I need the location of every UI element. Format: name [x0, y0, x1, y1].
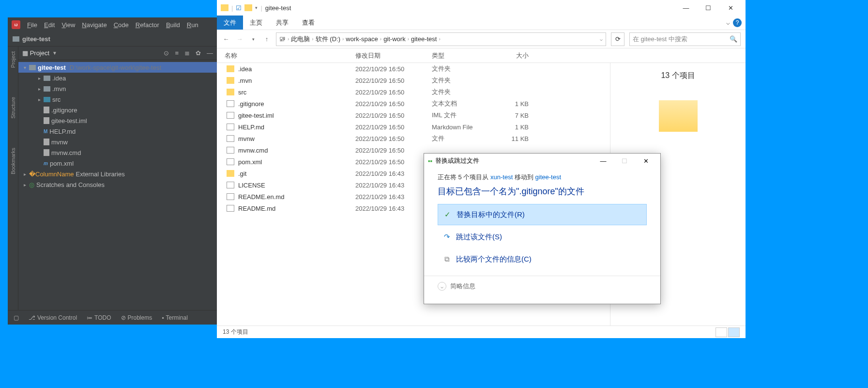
- maximize-button[interactable]: ☐: [614, 154, 635, 168]
- nav-forward-button[interactable]: →: [235, 35, 244, 43]
- folder-icon: [13, 36, 19, 42]
- option-replace[interactable]: ✓ 替换目标中的文件(R): [438, 204, 647, 225]
- sidebar-tab-project[interactable]: Project: [10, 51, 16, 68]
- menu-build[interactable]: Build: [166, 21, 180, 29]
- close-button[interactable]: ✕: [635, 154, 656, 168]
- file-row[interactable]: mvnw2022/10/29 16:50文件11 KB: [217, 133, 610, 144]
- path-segment[interactable]: git-work: [383, 35, 406, 43]
- expand-all-icon[interactable]: ≡: [175, 49, 179, 57]
- menu-file[interactable]: File: [27, 21, 37, 29]
- ribbon-tab-view[interactable]: 查看: [295, 16, 321, 30]
- view-icons-button[interactable]: [728, 327, 740, 337]
- check-icon: ✓: [443, 210, 452, 219]
- tree-item[interactable]: ▸.mvn: [18, 83, 217, 94]
- option-skip[interactable]: ↷ 跳过该文件(S): [438, 226, 647, 248]
- tree-item[interactable]: ▸src: [18, 94, 217, 105]
- ribbon-expand-icon[interactable]: ⌵: [726, 19, 730, 26]
- tree-item[interactable]: .gitignore: [18, 105, 217, 115]
- option-compare[interactable]: ⧉ 比较两个文件的信息(C): [438, 248, 647, 270]
- file-row[interactable]: .gitignore2022/10/29 16:50文本文档1 KB: [217, 98, 610, 109]
- status-terminal[interactable]: ▪ Terminal: [162, 314, 188, 321]
- refresh-button[interactable]: ⟳: [611, 32, 624, 46]
- menu-navigate[interactable]: Navigate: [82, 21, 107, 29]
- source-link[interactable]: xun-test: [490, 173, 513, 181]
- collapse-all-icon[interactable]: ≣: [184, 49, 190, 57]
- path-segment[interactable]: work-space: [346, 35, 378, 43]
- col-date-header[interactable]: 修改日期: [355, 51, 432, 60]
- dropdown-icon[interactable]: ▾: [255, 5, 258, 10]
- col-name-header[interactable]: 名称: [217, 51, 355, 60]
- col-size-header[interactable]: 大小: [495, 51, 538, 60]
- folder-icon: [221, 4, 228, 11]
- chevron-down-icon[interactable]: ▼: [52, 50, 57, 56]
- path-segment[interactable]: 软件 (D:): [316, 35, 340, 44]
- quick-access-icon[interactable]: ☑: [236, 4, 242, 12]
- search-box[interactable]: 在 gitee-test 中搜索 🔍: [629, 32, 741, 46]
- select-opened-icon[interactable]: ⊙: [164, 49, 169, 57]
- view-details-button[interactable]: [716, 327, 727, 337]
- tree-item[interactable]: mvnw.cmd: [18, 147, 217, 158]
- tree-item[interactable]: mpom.xml: [18, 158, 217, 169]
- tree-item[interactable]: MHELP.md: [18, 126, 217, 137]
- settings-icon[interactable]: ✿: [196, 49, 201, 57]
- status-version-control[interactable]: ⎇ Version Control: [29, 314, 77, 321]
- nav-up-button[interactable]: ↑: [262, 35, 271, 43]
- tree-item-label: .gitignore: [51, 107, 77, 114]
- breadcrumb-text[interactable]: gitee-test: [22, 35, 50, 43]
- project-label[interactable]: ▦ Project: [22, 49, 49, 57]
- ide-tool-sidebar: Project Structure Bookmarks: [8, 47, 18, 310]
- menu-code[interactable]: Code: [114, 21, 129, 29]
- intellij-window: IJ File Edit View Navigate Code Refactor…: [8, 17, 217, 325]
- path-segment[interactable]: 此电脑: [291, 35, 310, 44]
- file-row[interactable]: .idea2022/10/29 16:50文件夹: [217, 63, 610, 75]
- help-icon[interactable]: ?: [733, 18, 742, 27]
- col-type-header[interactable]: 类型: [432, 51, 495, 60]
- details-toggle[interactable]: ⌵ 简略信息: [424, 276, 660, 296]
- file-row[interactable]: src2022/10/29 16:50文件夹: [217, 86, 610, 98]
- address-dropdown-icon[interactable]: ⌵: [600, 36, 603, 42]
- dest-link[interactable]: gitee-test: [535, 173, 561, 181]
- hide-icon[interactable]: —: [207, 49, 213, 57]
- ribbon-tab-file[interactable]: 文件: [217, 16, 243, 30]
- file-date: 2022/10/29 16:43: [355, 205, 432, 212]
- tree-item[interactable]: mvnw: [18, 137, 217, 147]
- ribbon-tab-share[interactable]: 共享: [269, 16, 295, 30]
- compare-icon: ⧉: [442, 255, 451, 264]
- file-icon: [227, 100, 234, 107]
- tree-root-name: gitee-test: [38, 64, 66, 71]
- project-tree: ▾ gitee-test D:\work-space\git-work\gite…: [18, 60, 217, 192]
- path-segment[interactable]: gitee-test: [411, 35, 437, 43]
- close-button[interactable]: ✕: [719, 0, 742, 15]
- explorer-titlebar: | ☑ ▾ | gitee-test — ☐ ✕: [217, 0, 746, 16]
- minimize-button[interactable]: —: [675, 0, 697, 15]
- menu-refactor[interactable]: Refactor: [136, 21, 159, 29]
- explorer-ribbon: 文件 主页 共享 查看 ⌵ ?: [217, 16, 746, 30]
- skip-icon: ↷: [442, 233, 451, 241]
- sidebar-tab-bookmarks[interactable]: Bookmarks: [10, 148, 16, 174]
- tree-scratches[interactable]: ▸ ◎ Scratches and Consoles: [18, 179, 217, 190]
- file-row[interactable]: .mvn2022/10/29 16:50文件夹: [217, 75, 610, 86]
- minimize-button[interactable]: —: [593, 154, 614, 168]
- maximize-button[interactable]: ☐: [697, 0, 719, 15]
- file-row[interactable]: HELP.md2022/10/29 16:50Markdown File1 KB: [217, 121, 610, 133]
- tree-item[interactable]: gitee-test.iml: [18, 115, 217, 126]
- file-row[interactable]: gitee-test.iml2022/10/29 16:50IML 文件7 KB: [217, 109, 610, 121]
- tree-root[interactable]: ▾ gitee-test D:\work-space\git-work\gite…: [18, 62, 217, 73]
- status-problems[interactable]: ⊘ Problems: [121, 314, 152, 321]
- nav-recent-icon[interactable]: ▾: [249, 37, 258, 42]
- menu-view[interactable]: View: [61, 21, 75, 29]
- tree-item[interactable]: ▸.idea: [18, 73, 217, 83]
- status-todo[interactable]: ≔ TODO: [87, 314, 111, 321]
- tree-external-libraries[interactable]: ▸ �ColumnName External Libraries: [18, 169, 217, 179]
- menu-run[interactable]: Run: [187, 21, 198, 29]
- ide-menubar: IJ File Edit View Navigate Code Refactor…: [8, 17, 217, 32]
- dialog-info: 正在将 5 个项目从 xun-test 移动到 gitee-test: [438, 173, 647, 182]
- menu-edit[interactable]: Edit: [44, 21, 55, 29]
- ribbon-tab-home[interactable]: 主页: [243, 16, 269, 30]
- address-bar[interactable]: 🖳 › 此电脑› 软件 (D:)› work-space› git-work› …: [276, 32, 606, 46]
- file-date: 2022/10/29 16:50: [355, 77, 432, 84]
- explorer-navbar: ← → ▾ ↑ 🖳 › 此电脑› 软件 (D:)› work-space› gi…: [217, 30, 746, 48]
- sidebar-tab-structure[interactable]: Structure: [10, 97, 16, 119]
- status-window-icon[interactable]: ▢: [14, 314, 19, 321]
- nav-back-button[interactable]: ←: [222, 35, 230, 43]
